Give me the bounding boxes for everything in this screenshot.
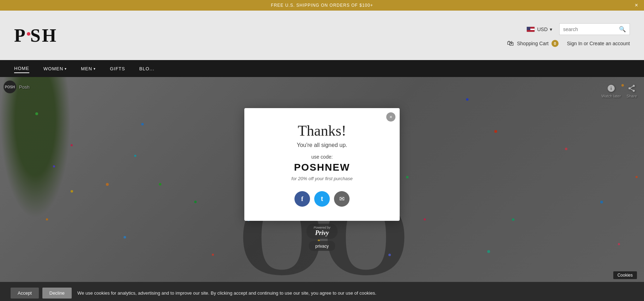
cart-area[interactable]: 🛍 Shopping Cart 0	[507, 39, 559, 47]
modal-close-button[interactable]: ×	[386, 112, 395, 122]
search-box: 🔍	[559, 23, 630, 35]
logo-osh: SH	[30, 25, 58, 46]
nav-item-women[interactable]: WOMEN ▾	[43, 65, 67, 73]
twitter-icon: t	[321, 195, 323, 203]
banner-close[interactable]: ×	[635, 2, 638, 8]
privy-logo-text: Privy	[315, 229, 329, 237]
logo: PSH	[14, 25, 58, 46]
currency-chevron-icon: ▾	[550, 26, 552, 32]
video-placeholder: OO POSH Posh Watch later Share	[0, 77, 644, 282]
modal-social-buttons: f t ✉	[262, 191, 382, 207]
banner-text: FREE U.S. SHIPPING ON ORDERS OF $100+	[271, 3, 373, 8]
currency-label: USD	[537, 26, 548, 32]
nav-men-label: MEN	[81, 66, 92, 71]
privy-powered-text: Powered by	[314, 226, 330, 229]
cookie-bar-content: Accept Decline We use cookies for analyt…	[11, 288, 633, 299]
cookie-accept-button[interactable]: Accept	[11, 288, 39, 299]
modal-title: Thanks!	[262, 122, 382, 139]
privy-brand: Powered by Privy	[306, 224, 338, 239]
nav-men-chevron-icon: ▾	[94, 67, 96, 71]
logo-p: P	[14, 25, 27, 46]
modal-subtitle: You're all signed up.	[262, 142, 382, 148]
us-flag-icon	[526, 26, 535, 32]
sign-in-text: Sign In or Create an account	[567, 41, 630, 46]
nav-item-home[interactable]: HOME	[14, 64, 29, 73]
modal-discount-text: for 20% off your first purchase	[262, 176, 382, 181]
cookie-decline-button[interactable]: Decline	[42, 288, 72, 299]
nav-women-chevron-icon: ▾	[65, 67, 67, 71]
hero-area: OO POSH Posh Watch later Share	[0, 77, 644, 282]
cart-label: Shopping Cart	[517, 41, 549, 46]
logo-dot-decoration	[27, 32, 30, 36]
email-share-button[interactable]: ✉	[334, 191, 350, 207]
modal-close-icon: ×	[389, 114, 392, 120]
email-icon: ✉	[339, 195, 345, 203]
nav-women-label: WOMEN	[43, 66, 63, 71]
nav-home-label: HOME	[14, 66, 29, 71]
signup-modal: × Thanks! You're all signed up. use code…	[244, 108, 400, 221]
header-top-row: USD ▾ 🔍	[526, 23, 630, 35]
cookie-buttons: Accept Decline	[11, 288, 72, 299]
privy-privacy-button[interactable]: privacy	[309, 241, 335, 251]
nav-blog-label: BLO...	[139, 66, 154, 71]
sign-in-area[interactable]: Sign In or Create an account	[567, 41, 630, 46]
search-button[interactable]: 🔍	[619, 26, 626, 33]
header: PSH USD ▾ 🔍 🛍 Shopping Cart 0 Sign In or…	[0, 11, 644, 60]
top-banner: FREE U.S. SHIPPING ON ORDERS OF $100+ ×	[0, 0, 644, 11]
nav-item-gifts[interactable]: GIFTS	[110, 65, 125, 73]
cart-icon: 🛍	[507, 39, 514, 47]
facebook-share-button[interactable]: f	[294, 191, 310, 207]
nav-item-men[interactable]: MEN ▾	[81, 65, 96, 73]
privy-privacy-label: privacy	[315, 244, 329, 249]
currency-selector[interactable]: USD ▾	[526, 26, 552, 32]
header-bottom-row: 🛍 Shopping Cart 0 Sign In or Create an a…	[507, 39, 630, 47]
facebook-icon: f	[301, 195, 303, 203]
search-input[interactable]	[563, 26, 619, 32]
modal-code-label: use code:	[262, 154, 382, 160]
modal-overlay: × Thanks! You're all signed up. use code…	[0, 77, 644, 282]
cookie-bar: Cookies Accept Decline We use cookies fo…	[0, 282, 644, 301]
privy-container: Powered by Privy privacy	[306, 224, 338, 251]
cookies-label: Cookies	[613, 271, 637, 279]
main-nav: HOME WOMEN ▾ MEN ▾ GIFTS BLO...	[0, 60, 644, 77]
nav-gifts-label: GIFTS	[110, 66, 125, 71]
cookie-text: We use cookies for analytics, advertisin…	[77, 290, 633, 296]
header-right: USD ▾ 🔍 🛍 Shopping Cart 0 Sign In or Cre…	[507, 23, 630, 47]
modal-promo-code: POSHNEW	[262, 162, 382, 173]
nav-item-blog[interactable]: BLO...	[139, 65, 154, 73]
cart-count: 0	[551, 40, 559, 47]
twitter-share-button[interactable]: t	[314, 191, 330, 207]
